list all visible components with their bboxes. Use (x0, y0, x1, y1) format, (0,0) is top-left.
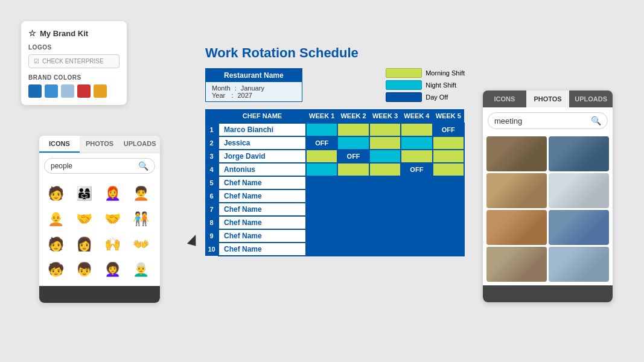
cell-week1 (306, 243, 337, 256)
icon-woman-curly[interactable]: 👩‍🦱 (101, 258, 124, 281)
color-swatch-3[interactable] (61, 84, 74, 98)
photos-search-input[interactable] (494, 116, 588, 125)
photo-3[interactable] (486, 173, 547, 208)
photo-2[interactable] (549, 136, 609, 171)
icon-man-gray[interactable]: 👨‍🦳 (129, 258, 152, 281)
cell-week1 (306, 150, 337, 163)
icon-person-1[interactable]: 🧑 (44, 182, 67, 205)
chef-name-cell: Chef Name (218, 216, 306, 229)
cell-week5 (433, 229, 464, 243)
logos-label: LOGOS (28, 44, 120, 51)
row-num: 3 (205, 150, 218, 163)
schedule-panel: Work Rotation Schedule Restaurant Name M… (205, 45, 465, 256)
schedule-title: Work Rotation Schedule (205, 45, 465, 61)
photo-4[interactable] (549, 173, 609, 208)
cell-week1: OFF (306, 136, 337, 150)
icon-curly[interactable]: 🧑‍🦱 (129, 182, 152, 205)
cell-week3 (369, 229, 401, 243)
legend-dayoff-label: Day Off (426, 94, 448, 101)
photos-tab-icons[interactable]: ICONS (483, 91, 526, 107)
color-swatch-1[interactable] (28, 84, 42, 98)
cell-week4 (401, 136, 432, 150)
photo-5[interactable] (486, 210, 547, 245)
row-num: 10 (205, 243, 218, 256)
icon-boy[interactable]: 👦 (72, 258, 95, 281)
cell-week5 (433, 150, 464, 163)
cell-week3 (369, 176, 401, 189)
photos-grid (483, 134, 613, 285)
check-enterprise-button[interactable]: ☑ CHECK ENTERPRISE (28, 54, 120, 68)
icons-search-container: 🔍 (44, 158, 155, 174)
icon-handshake-1[interactable]: 🤝 (72, 208, 95, 230)
row-num: 6 (205, 189, 218, 203)
photo-6[interactable] (549, 210, 609, 245)
icon-raised-hands[interactable]: 🙌 (101, 233, 124, 256)
search-icon: 🔍 (138, 161, 148, 171)
cell-week3 (369, 189, 401, 203)
cell-week5: OFF (433, 123, 464, 136)
schedule-meta-row: Restaurant Name Month : January Year : 2… (205, 68, 465, 102)
photos-search-container: 🔍 (488, 112, 608, 129)
cell-week5 (433, 176, 464, 189)
year-value: 2027 (237, 92, 252, 99)
chef-name-cell: Chef Name (218, 203, 306, 216)
brand-kit-panel: ☆ My Brand Kit LOGOS ☑ CHECK ENTERPRISE … (21, 21, 127, 105)
icon-person-2[interactable]: 🧑 (44, 233, 67, 256)
legend-morning-label: Morning Shift (426, 69, 465, 77)
cell-week4 (401, 229, 432, 243)
icon-bald[interactable]: 🧑‍🦲 (44, 208, 67, 230)
color-swatch-4[interactable] (77, 84, 91, 98)
schedule-info-body: Month : January Year : 2027 (206, 82, 302, 101)
checkbox-icon: ☑ (34, 58, 39, 65)
photos-search-icon: 🔍 (591, 116, 601, 125)
icons-panel-footer (39, 286, 160, 303)
icon-family[interactable]: 👨‍👩‍👧 (72, 182, 95, 205)
chef-name-cell: Jessica (218, 136, 306, 150)
col-week5: WEEK 5 (433, 109, 464, 123)
legend-dayoff: Day Off (386, 92, 465, 102)
cell-week2 (337, 229, 369, 243)
star-icon: ☆ (28, 28, 36, 38)
tab-icons[interactable]: ICONS (39, 136, 80, 153)
icon-redhead[interactable]: 👩‍🦰 (101, 182, 124, 205)
icon-child[interactable]: 🧒 (44, 258, 67, 281)
color-swatch-5[interactable] (94, 84, 107, 98)
color-swatch-2[interactable] (45, 84, 58, 98)
schedule-info-box: Restaurant Name Month : January Year : 2… (205, 68, 302, 102)
brand-kit-title: ☆ My Brand Kit (28, 28, 120, 38)
photos-panel-tabs: ICONS PHOTOS UPLOADS (483, 91, 613, 107)
chef-name-cell: Chef Name (218, 243, 306, 256)
cell-week1 (306, 189, 337, 203)
cell-week1 (306, 123, 337, 136)
row-num: 9 (205, 229, 218, 243)
cell-week3 (369, 216, 401, 229)
tab-uploads[interactable]: UPLOADS (120, 136, 160, 153)
cell-week5 (433, 243, 464, 256)
photo-8[interactable] (549, 247, 609, 282)
month-value: January (241, 84, 264, 92)
cell-week5 (433, 216, 464, 229)
tab-photos[interactable]: PHOTOS (80, 136, 120, 153)
cell-week2 (337, 136, 369, 150)
photo-7[interactable] (486, 247, 547, 282)
cell-week5 (433, 163, 464, 176)
schedule-table: CHEF NAME WEEK 1 WEEK 2 WEEK 3 WEEK 4 WE… (205, 109, 465, 256)
legend-dayoff-color (386, 92, 422, 102)
photos-tab-uploads[interactable]: UPLOADS (569, 91, 613, 107)
photos-panel: ICONS PHOTOS UPLOADS 🔍 (483, 91, 613, 302)
cell-week2 (337, 216, 369, 229)
icon-couple[interactable]: 🧑‍🤝‍🧑 (129, 208, 152, 230)
icon-woman[interactable]: 👩 (72, 233, 95, 256)
icons-search-input[interactable] (51, 162, 135, 170)
cell-week4 (401, 216, 432, 229)
icon-handshake-2[interactable]: 🤝 (101, 208, 124, 230)
cell-week3 (369, 163, 401, 176)
photos-panel-footer (483, 285, 613, 302)
cell-week1 (306, 203, 337, 216)
photo-1[interactable] (486, 136, 547, 171)
icon-open-hands[interactable]: 👐 (129, 233, 152, 256)
cell-week5 (433, 136, 464, 150)
legend-morning: Morning Shift (386, 68, 465, 78)
legend-night-color (386, 80, 422, 90)
photos-tab-photos[interactable]: PHOTOS (526, 91, 570, 107)
